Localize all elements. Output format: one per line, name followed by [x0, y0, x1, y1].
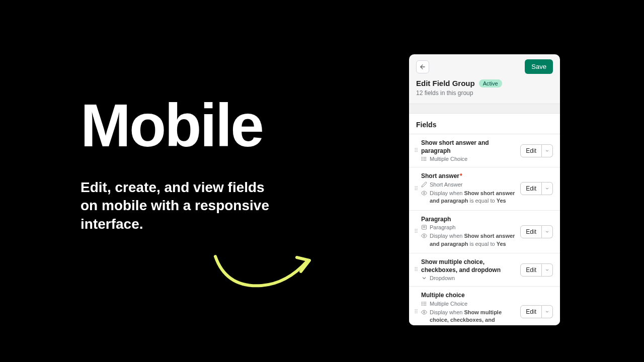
field-type-label: Paragraph — [430, 224, 455, 230]
condition-text: Display when Show short answer and parag… — [430, 190, 516, 205]
edit-button-group: Edit — [520, 144, 553, 157]
edit-dropdown-button[interactable] — [542, 305, 553, 318]
panel-header: Save — [409, 54, 560, 79]
field-type: Multiple Choice — [421, 301, 516, 307]
edit-button[interactable]: Edit — [520, 182, 542, 195]
field-info: Multiple choiceMultiple ChoiceDisplay wh… — [421, 292, 516, 325]
field-condition: Display when Show short answer and parag… — [421, 232, 516, 248]
edit-dropdown-button[interactable] — [542, 182, 553, 195]
field-condition: Display when Show multiple choice, check… — [421, 309, 516, 325]
svg-point-6 — [422, 160, 422, 161]
arrow-illustration — [211, 250, 317, 296]
drag-handle-icon[interactable]: ⠿ — [414, 309, 417, 315]
field-info: Show short answer and paragraphMultiple … — [421, 139, 516, 162]
field-info: ParagraphParagraphDisplay when Show shor… — [421, 216, 516, 248]
title-section: Edit Field Group Active 12 fields in thi… — [409, 79, 560, 104]
eye-icon — [421, 190, 427, 198]
edit-button-group: Edit — [520, 182, 553, 195]
chevron-down-icon — [545, 267, 549, 273]
condition-text: Display when Show short answer and parag… — [430, 232, 516, 248]
field-name: Show multiple choice, checkboxes, and dr… — [421, 258, 516, 274]
edit-dropdown-button[interactable] — [542, 225, 553, 238]
chevron-icon — [421, 275, 427, 281]
mobile-panel: Save Edit Field Group Active 12 fields i… — [409, 54, 560, 325]
field-type: Paragraph — [421, 224, 516, 230]
chevron-down-icon — [545, 148, 549, 153]
svg-point-16 — [422, 303, 422, 304]
edit-dropdown-button[interactable] — [542, 144, 553, 157]
svg-point-17 — [422, 305, 422, 305]
svg-point-18 — [424, 311, 425, 313]
edit-button-group: Edit — [520, 225, 553, 238]
section-heading: Fields — [409, 114, 560, 134]
hero-title: Mobile — [80, 90, 263, 160]
field-name: Show short answer and paragraph — [421, 139, 516, 155]
svg-point-4 — [422, 157, 422, 158]
drag-handle-icon[interactable]: ⠿ — [414, 229, 417, 234]
field-row: ⠿Show multiple choice, checkboxes, and d… — [409, 253, 560, 287]
page-subtitle: 12 fields in this group — [416, 89, 553, 97]
status-badge: Active — [479, 79, 502, 87]
drag-handle-icon[interactable]: ⠿ — [414, 148, 417, 153]
edit-button-group: Edit — [520, 305, 553, 318]
eye-icon — [421, 309, 427, 317]
field-row: ⠿Short answerShort AnswerDisplay when Sh… — [409, 167, 560, 210]
fields-section: Fields ⠿Show short answer and paragraphM… — [409, 114, 560, 325]
edit-button[interactable]: Edit — [520, 225, 542, 238]
field-name: Short answer — [421, 172, 516, 180]
list-icon — [421, 301, 427, 307]
arrow-left-icon — [419, 63, 426, 70]
drag-handle-icon[interactable]: ⠿ — [414, 267, 417, 273]
page-title: Edit Field Group — [416, 79, 475, 87]
chevron-down-icon — [545, 186, 549, 191]
svg-point-7 — [424, 192, 425, 194]
pencil-icon — [421, 182, 427, 188]
chevron-down-icon — [545, 229, 549, 234]
chevron-down-icon — [545, 309, 549, 314]
field-info: Show multiple choice, checkboxes, and dr… — [421, 258, 516, 281]
field-info: Short answerShort AnswerDisplay when Sho… — [421, 172, 516, 205]
svg-point-15 — [422, 302, 422, 302]
field-type-label: Dropdown — [430, 275, 455, 281]
field-row: ⠿Multiple choiceMultiple ChoiceDisplay w… — [409, 287, 560, 325]
svg-point-11 — [424, 235, 425, 237]
edit-button[interactable]: Edit — [520, 144, 542, 157]
drag-handle-icon[interactable]: ⠿ — [414, 186, 417, 192]
field-type: Dropdown — [421, 275, 516, 281]
field-type-label: Multiple Choice — [430, 156, 467, 162]
edit-button-group: Edit — [520, 263, 553, 277]
save-button[interactable]: Save — [525, 59, 553, 74]
field-condition: Display when Show short answer and parag… — [421, 190, 516, 205]
hero-subtitle: Edit, create, and view fields on mobile … — [80, 178, 272, 233]
field-type: Multiple Choice — [421, 156, 516, 162]
edit-button[interactable]: Edit — [520, 305, 542, 318]
eye-icon — [421, 233, 427, 241]
para-icon — [421, 224, 427, 230]
field-name: Paragraph — [421, 216, 516, 224]
back-button[interactable] — [416, 60, 429, 73]
field-row: ⠿Show short answer and paragraphMultiple… — [409, 134, 560, 167]
edit-button[interactable]: Edit — [520, 263, 542, 277]
svg-point-5 — [422, 159, 422, 159]
condition-text: Display when Show multiple choice, check… — [430, 309, 516, 325]
field-type-label: Short Answer — [430, 182, 462, 188]
field-row: ⠿ParagraphParagraphDisplay when Show sho… — [409, 211, 560, 253]
separator — [409, 104, 560, 114]
field-type: Short Answer — [421, 182, 516, 188]
list-icon — [421, 156, 427, 162]
field-name: Multiple choice — [421, 292, 516, 300]
edit-dropdown-button[interactable] — [542, 263, 553, 277]
field-type-label: Multiple Choice — [430, 301, 467, 307]
